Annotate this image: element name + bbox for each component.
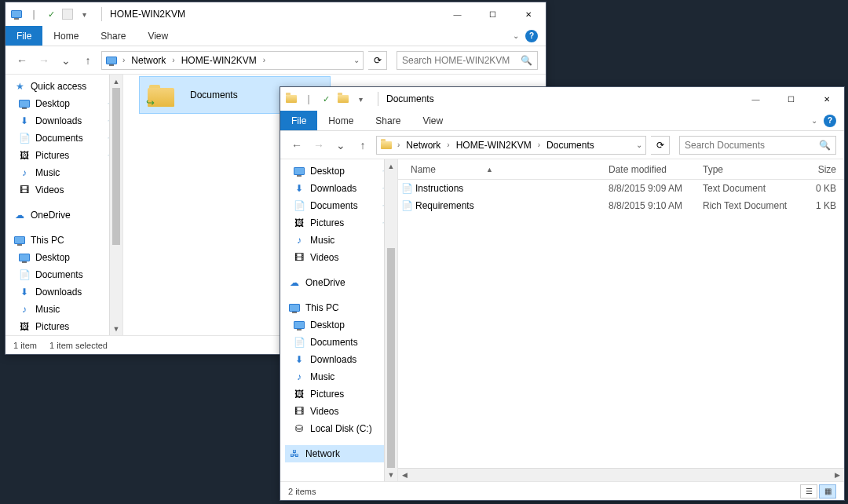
search-input[interactable]: Search HOME-WIN2KVM 🔍 [397, 51, 538, 70]
tab-view[interactable]: View [411, 111, 454, 130]
nav-desktop[interactable]: Desktop📌 [285, 163, 397, 180]
titlebar[interactable]: | ✓ ▾ Documents — ☐ ✕ [280, 87, 844, 111]
recent-locations-button[interactable]: ⌄ [57, 52, 75, 69]
file-row[interactable]: 📄 Instructions 8/8/2015 9:09 AM Text Doc… [398, 180, 844, 197]
nav-pc-pictures[interactable]: 🖼Pictures [285, 385, 397, 403]
col-date[interactable]: Date modified [609, 164, 703, 175]
nav-pc-music[interactable]: ♪Music [10, 301, 122, 318]
scroll-right-icon[interactable]: ▶ [831, 469, 844, 481]
maximize-button[interactable]: ☐ [475, 2, 510, 26]
breadcrumb-sep-icon[interactable]: › [170, 56, 176, 64]
navigation-pane[interactable]: ★Quick access Desktop📌 ⬇Downloads📌 📄Docu… [5, 75, 123, 335]
col-name[interactable]: Name ▲ [398, 164, 609, 175]
nav-this-pc[interactable]: This PC [285, 299, 397, 316]
tab-share[interactable]: Share [90, 26, 137, 46]
breadcrumb-sep-icon[interactable]: › [261, 56, 267, 64]
titlebar[interactable]: | ✓ ▾ HOME-WIN2KVM — ☐ ✕ [5, 2, 546, 26]
nav-pc-desktop[interactable]: Desktop [10, 249, 122, 266]
nav-documents[interactable]: 📄Documents📌 [285, 197, 397, 214]
search-input[interactable]: Search Documents 🔍 [679, 136, 836, 155]
ribbon-expand-icon[interactable]: ⌄ [513, 31, 519, 40]
nav-scrollbar[interactable]: ▲ ▼ [109, 75, 122, 335]
help-icon[interactable]: ? [525, 30, 538, 42]
qat-dropdown-icon[interactable]: ▾ [78, 8, 90, 20]
breadcrumb-sep-icon[interactable]: › [536, 141, 542, 149]
breadcrumb-host[interactable]: HOME-WIN2KVM [455, 140, 533, 151]
back-button[interactable]: ← [13, 52, 31, 69]
nav-downloads[interactable]: ⬇Downloads📌 [10, 112, 122, 130]
nav-pc-desktop[interactable]: Desktop [285, 316, 397, 334]
nav-network[interactable]: 🖧Network [285, 445, 397, 462]
address-bar[interactable]: › Network › HOME-WIN2KVM › Documents ⌄ [376, 136, 646, 155]
breadcrumb-folder[interactable]: Documents [545, 140, 596, 151]
scroll-up-icon[interactable]: ▲ [385, 159, 397, 173]
forward-button[interactable]: → [35, 52, 53, 69]
back-button[interactable]: ← [288, 137, 305, 154]
nav-videos[interactable]: 🎞Videos [285, 249, 397, 266]
nav-pc-pictures[interactable]: 🖼Pictures [10, 318, 122, 335]
nav-pc-videos[interactable]: 🎞Videos [285, 403, 397, 420]
view-details-button[interactable]: ☰ [800, 484, 817, 499]
nav-pictures[interactable]: 🖼Pictures📌 [10, 147, 122, 164]
qat-dropdown-icon[interactable]: ▾ [354, 93, 367, 105]
view-large-icons-button[interactable]: ▦ [819, 484, 836, 499]
maximize-button[interactable]: ☐ [773, 87, 809, 111]
tab-view[interactable]: View [137, 26, 179, 46]
content-pane[interactable]: Name ▲ Date modified Type Size 📄 Instruc… [398, 159, 844, 481]
breadcrumb-host[interactable]: HOME-WIN2KVM [180, 55, 258, 66]
up-button[interactable]: ↑ [354, 137, 371, 154]
address-dropdown-icon[interactable]: ⌄ [636, 141, 642, 149]
nav-onedrive[interactable]: ☁OneDrive [10, 206, 122, 224]
recent-locations-button[interactable]: ⌄ [332, 137, 349, 154]
nav-desktop[interactable]: Desktop📌 [10, 95, 122, 112]
breadcrumb-sep-icon[interactable]: › [396, 141, 401, 149]
refresh-button[interactable]: ⟳ [651, 136, 670, 155]
tab-home[interactable]: Home [317, 111, 364, 130]
minimize-button[interactable]: — [738, 87, 773, 111]
nav-videos[interactable]: 🎞Videos [10, 181, 122, 199]
help-icon[interactable]: ? [824, 115, 836, 127]
nav-quick-access[interactable]: ★Quick access [10, 78, 122, 95]
address-dropdown-icon[interactable]: ⌄ [353, 56, 360, 64]
nav-pc-localdisk[interactable]: ⛁Local Disk (C:) [285, 420, 397, 437]
breadcrumb-network[interactable]: Network [130, 55, 167, 66]
scroll-left-icon[interactable]: ◀ [398, 469, 411, 481]
col-size[interactable]: Size [797, 164, 844, 175]
nav-pictures[interactable]: 🖼Pictures📌 [285, 214, 397, 232]
nav-onedrive[interactable]: ☁OneDrive [285, 274, 397, 291]
properties-icon[interactable]: ✓ [45, 8, 57, 20]
nav-downloads[interactable]: ⬇Downloads📌 [285, 180, 397, 197]
nav-scrollbar[interactable]: ▲ ▼ [384, 159, 397, 481]
breadcrumb-sep-icon[interactable]: › [445, 141, 451, 149]
nav-music[interactable]: ♪Music [10, 164, 122, 181]
nav-this-pc[interactable]: This PC [10, 232, 122, 249]
nav-pc-downloads[interactable]: ⬇Downloads [10, 283, 122, 301]
tab-home[interactable]: Home [42, 26, 90, 46]
nav-pc-documents[interactable]: 📄Documents [285, 334, 397, 351]
refresh-button[interactable]: ⟳ [368, 51, 387, 70]
nav-documents[interactable]: 📄Documents📌 [10, 130, 122, 147]
nav-music[interactable]: ♪Music [285, 232, 397, 249]
nav-pc-music[interactable]: ♪Music [285, 368, 397, 385]
forward-button[interactable]: → [310, 137, 327, 154]
scroll-up-icon[interactable]: ▲ [110, 75, 122, 88]
content-h-scrollbar[interactable]: ◀ ▶ [398, 468, 844, 481]
ribbon-expand-icon[interactable]: ⌄ [811, 116, 817, 125]
navigation-pane[interactable]: Desktop📌 ⬇Downloads📌 📄Documents📌 🖼Pictur… [280, 159, 398, 481]
close-button[interactable]: ✕ [809, 87, 844, 111]
address-bar[interactable]: › Network › HOME-WIN2KVM › ⌄ [101, 51, 364, 70]
breadcrumb-sep-icon[interactable]: › [121, 56, 126, 64]
scroll-down-icon[interactable]: ▼ [385, 468, 397, 481]
tab-file[interactable]: File [280, 111, 317, 130]
scroll-down-icon[interactable]: ▼ [110, 322, 122, 335]
up-button[interactable]: ↑ [79, 52, 97, 69]
properties-icon[interactable]: ✓ [320, 93, 332, 105]
minimize-button[interactable]: — [440, 2, 475, 26]
col-type[interactable]: Type [703, 164, 797, 175]
file-row[interactable]: 📄 Requirements 8/8/2015 9:10 AM Rich Tex… [398, 197, 844, 214]
nav-pc-documents[interactable]: 📄Documents [10, 266, 122, 283]
breadcrumb-network[interactable]: Network [404, 140, 442, 151]
close-button[interactable]: ✕ [510, 2, 546, 26]
tab-file[interactable]: File [5, 26, 42, 46]
tab-share[interactable]: Share [364, 111, 411, 130]
